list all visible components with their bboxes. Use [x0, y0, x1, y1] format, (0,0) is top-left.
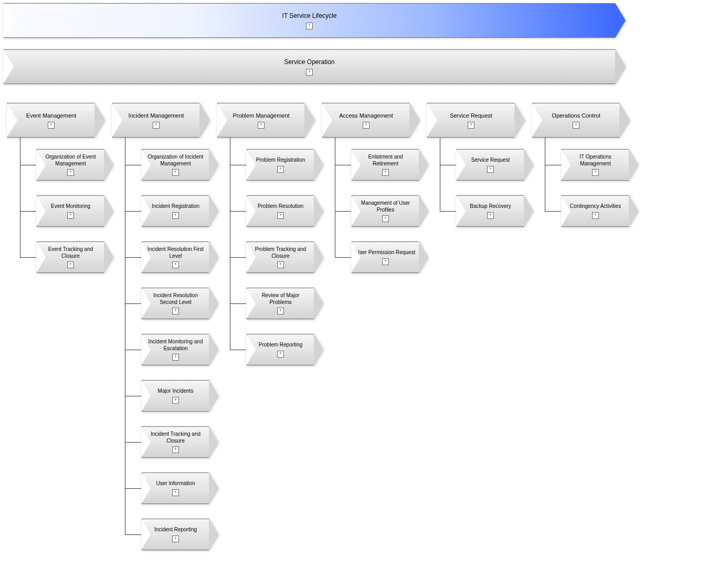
expand-icon[interactable]: +: [172, 169, 179, 176]
process-box[interactable]: Problem Resolution+: [247, 195, 320, 227]
tree-elbow: [545, 165, 562, 165]
expand-icon[interactable]: +: [487, 212, 494, 219]
expand-icon[interactable]: +: [67, 169, 74, 176]
service-operation-title: Service Operation: [284, 58, 334, 66]
process-box[interactable]: Contingency Activities+: [562, 195, 635, 227]
process-box[interactable]: Organization of Incident Management+: [142, 149, 215, 181]
process-box[interactable]: Event Tracking and Closure+: [37, 242, 110, 273]
expand-icon[interactable]: +: [573, 122, 579, 129]
process-box[interactable]: Incident Tracking and Closure+: [142, 426, 215, 458]
process-label: Major Incidents: [158, 388, 194, 395]
process-label: Incident Monitoring and Escalation: [145, 339, 206, 352]
process-box[interactable]: Problem Reporting+: [247, 334, 320, 365]
expand-icon[interactable]: +: [67, 212, 74, 219]
process-label: Management of User Profiles: [355, 200, 416, 213]
expand-icon[interactable]: +: [67, 261, 74, 268]
tree-spine: [20, 138, 20, 257]
process-label: Incident Resolution Second Level: [145, 292, 206, 306]
expand-icon[interactable]: +: [172, 261, 179, 268]
process-box[interactable]: Incident Resolution First Level+: [142, 242, 215, 273]
category-5[interactable]: Operations Control+: [532, 103, 627, 138]
process-label: Problem Registration: [256, 157, 305, 164]
expand-icon[interactable]: +: [468, 122, 474, 129]
expand-icon[interactable]: +: [592, 212, 599, 219]
expand-icon[interactable]: +: [277, 212, 284, 219]
process-box[interactable]: Event Monitoring+: [37, 195, 110, 227]
tree-elbow: [230, 303, 247, 304]
process-box[interactable]: Backup Recovery+: [457, 195, 530, 227]
process-box[interactable]: Service Request+: [457, 149, 530, 181]
process-box[interactable]: Incident Monitoring and Escalation+: [142, 334, 215, 365]
expand-icon[interactable]: +: [172, 536, 179, 542]
process-box[interactable]: Management of User Profiles+: [352, 195, 425, 227]
process-label: User Permission Request: [356, 249, 415, 256]
process-box[interactable]: Organization of Event Management+: [37, 149, 110, 181]
category-title: Event Management: [24, 112, 78, 119]
expand-icon[interactable]: +: [172, 308, 179, 314]
expand-icon[interactable]: +: [277, 166, 284, 173]
expand-icon[interactable]: +: [277, 351, 284, 358]
expand-icon[interactable]: +: [382, 258, 389, 265]
service-operation-arrow[interactable]: Service Operation +: [3, 49, 622, 84]
tree-elbow: [125, 488, 142, 489]
expand-icon[interactable]: +: [487, 166, 494, 173]
tree-elbow: [545, 211, 562, 212]
process-label: Organization of Incident Management: [145, 154, 206, 167]
expand-icon[interactable]: +: [382, 215, 389, 222]
process-box[interactable]: Review of Major Problems+: [247, 288, 320, 319]
process-label: Organization of Event Management: [40, 154, 101, 167]
process-label: Incident Registration: [152, 203, 199, 210]
expand-icon[interactable]: +: [172, 446, 179, 453]
process-label: Incident Resolution First Level: [145, 246, 206, 259]
category-1[interactable]: Incident Management+: [112, 103, 207, 138]
tree-elbow: [125, 303, 142, 304]
expand-icon[interactable]: +: [363, 122, 369, 129]
process-box[interactable]: Incident Reporting+: [142, 519, 215, 550]
expand-icon[interactable]: +: [172, 212, 179, 219]
expand-icon[interactable]: +: [592, 169, 599, 176]
tree-spine: [440, 138, 440, 211]
expand-icon[interactable]: +: [277, 308, 284, 314]
tree-spine: [125, 138, 125, 534]
tree-elbow: [125, 442, 142, 443]
process-label: Problem Resolution: [258, 203, 303, 210]
category-4[interactable]: Service Request+: [427, 103, 522, 138]
tree-elbow: [20, 165, 37, 165]
expand-icon[interactable]: +: [172, 489, 179, 496]
process-label: Event Tracking and Closure: [40, 246, 101, 259]
process-box[interactable]: Major Incidents+: [142, 380, 215, 412]
process-box[interactable]: Problem Registration+: [247, 149, 320, 181]
process-box[interactable]: Incident Resolution Second Level+: [142, 288, 215, 319]
expand-icon[interactable]: +: [172, 397, 179, 404]
expand-icon[interactable]: +: [153, 122, 160, 129]
process-box[interactable]: IT Operations Management+: [562, 149, 635, 181]
process-label: User Information: [156, 480, 195, 487]
process-box[interactable]: Incident Registration+: [142, 195, 215, 227]
tree-elbow: [20, 211, 37, 212]
tree-elbow: [335, 257, 352, 258]
process-box[interactable]: User Permission Request+: [352, 242, 425, 273]
process-label: Incident Reporting: [154, 527, 197, 533]
expand-icon[interactable]: +: [306, 69, 313, 76]
expand-icon[interactable]: +: [172, 354, 179, 361]
category-0[interactable]: Event Management+: [7, 103, 102, 138]
process-box[interactable]: Problem Tracking and Closure+: [247, 242, 320, 273]
category-2[interactable]: Problem Management+: [217, 103, 312, 138]
process-label: Contingency Activities: [570, 203, 621, 210]
category-3[interactable]: Access Management+: [322, 103, 417, 138]
expand-icon[interactable]: +: [277, 261, 284, 268]
expand-icon[interactable]: +: [382, 169, 389, 176]
expand-icon[interactable]: +: [306, 23, 313, 29]
expand-icon[interactable]: +: [258, 122, 265, 129]
process-box[interactable]: User Information+: [142, 472, 215, 504]
lifecycle-arrow[interactable]: IT Service Lifecycle +: [3, 3, 622, 38]
tree-spine: [545, 138, 545, 211]
process-label: Enlistment and Retirement: [355, 154, 416, 167]
category-title: Access Management: [337, 112, 395, 119]
process-label: Problem Reporting: [259, 342, 302, 349]
expand-icon[interactable]: +: [48, 122, 55, 129]
tree-elbow: [230, 165, 247, 165]
process-label: Backup Recovery: [470, 203, 511, 210]
process-label: Service Request: [471, 157, 510, 164]
process-box[interactable]: Enlistment and Retirement+: [352, 149, 425, 181]
